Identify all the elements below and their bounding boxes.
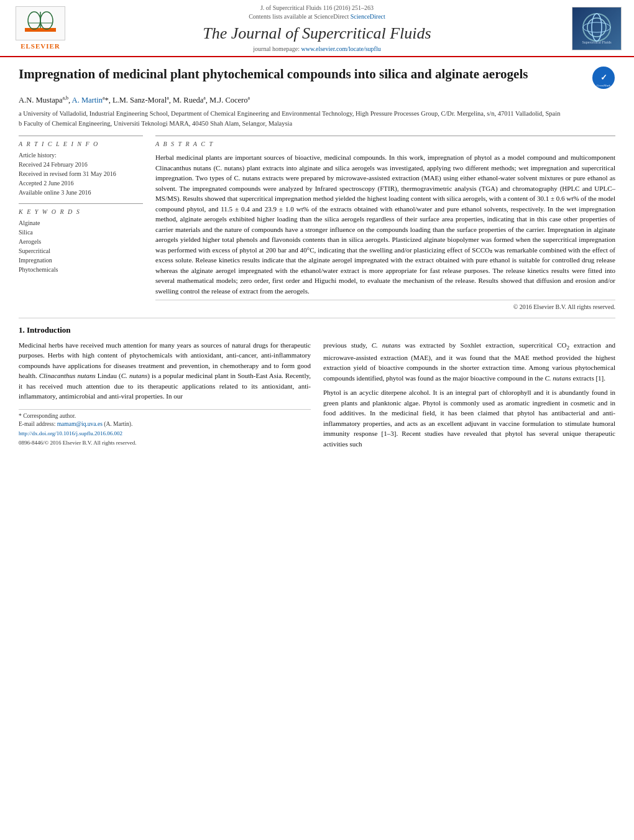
svg-text:CrossMark: CrossMark [597,84,611,87]
copyright-notice: © 2016 Elsevier B.V. All rights reserved… [155,300,615,312]
footnote-corresponding: * Corresponding author. [19,412,311,420]
intro-p1: Medicinal herbs have received much atten… [19,340,311,402]
received-revised-date: Received in revised form 31 May 2016 [19,170,143,178]
affiliations: a University of Valladolid, Industrial E… [19,109,615,128]
body-col-left: Medicinal herbs have received much atten… [19,340,311,453]
svg-text:Supercritical Fluids: Supercritical Fluids [582,40,612,44]
intro-right-p1: previous study, C. nutans was extracted … [323,340,615,383]
issn-line: 0896-8446/© 2016 Elsevier B.V. All right… [19,439,311,447]
article-title: Impregnation of medicinal plant phytoche… [19,66,586,83]
abstract-column: A B S T R A C T Herbal medicinal plants … [155,136,615,312]
doi-link[interactable]: http://dx.doi.org/10.1016/j.supflu.2016.… [19,430,122,436]
article-title-section: Impregnation of medicinal plant phytoche… [19,66,615,90]
journal-homepage: journal homepage: www.elsevier.com/locat… [253,45,380,53]
svg-rect-0 [25,28,56,32]
article-history-label: Article history: [19,151,143,160]
doi-line: http://dx.doi.org/10.1016/j.supflu.2016.… [19,430,311,438]
section-number: 1. Introduction [19,325,71,335]
journal-logo-image: Supercritical Fluids [572,7,622,50]
svg-point-6 [587,18,606,37]
body-col-right: previous study, C. nutans was extracted … [323,340,615,453]
main-content: Impregnation of medicinal plant phytoche… [0,57,634,459]
homepage-link[interactable]: www.elsevier.com/locate/supflu [301,45,381,52]
section-divider [19,318,615,318]
article-info-header: A R T I C L E I N F O [19,140,143,149]
keyword-aerogels: Aerogels [19,238,143,246]
abstract-header: A B S T R A C T [155,136,615,149]
svg-point-2 [40,12,53,29]
author-cocero: M.J. Cocero [209,96,247,105]
keywords-header: K E Y W O R D S [19,208,143,216]
keyword-silica: Silica [19,228,143,237]
footnote-email-link[interactable]: mamam@iq.uva.es [57,421,103,427]
section-1-title: 1. Introduction [19,325,615,336]
author-mustapa: A.N. Mustapa [19,96,62,105]
footnote-email-line: E-mail address: mamam@iq.uva.es (A. Mart… [19,420,311,428]
available-date: Available online 3 June 2016 [19,188,143,197]
accepted-date: Accepted 2 June 2016 [19,179,143,188]
received-date: Received 24 February 2016 [19,160,143,169]
contents-note: Contents lists available at ScienceDirec… [249,12,385,21]
body-content: Medicinal herbs have received much atten… [19,340,615,453]
elsevier-logo-image [16,6,65,40]
affiliation-b: b Faculty of Chemical Engineering, Unive… [19,119,615,128]
affiliation-a: a University of Valladolid, Industrial E… [19,109,615,118]
journal-ref: J. of Supercritical Fluids 116 (2016) 25… [260,4,374,12]
keyword-phytochemicals: Phytochemicals [19,265,143,274]
journal-header: ELSEVIER J. of Supercritical Fluids 116 … [0,0,634,57]
keyword-supercritical: Supercritical [19,247,143,256]
author-sanz-moral: L.M. Sanz-Moral [113,96,167,105]
intro-right-p2: Phytol is an acyclic diterpene alcohol. … [323,387,615,449]
article-info-column: A R T I C L E I N F O Article history: R… [19,136,143,312]
elsevier-wordmark: ELSEVIER [21,42,60,51]
article-info-abstract: A R T I C L E I N F O Article history: R… [19,136,615,312]
article-info-box: A R T I C L E I N F O Article history: R… [19,136,143,197]
keyword-alginate: Alginate [19,219,143,228]
abstract-text: Herbal medicinal plants are important so… [155,152,615,296]
svg-text:✓: ✓ [600,73,607,82]
header-center: J. of Supercritical Fluids 116 (2016) 25… [68,4,566,53]
author-rueda: M. Rueda [173,96,203,105]
footnote-email-person: (A. Martin). [104,421,132,427]
author-martin: A. Martin [72,96,103,105]
authors-line: A.N. Mustapaa,b, A. Martina*, L.M. Sanz-… [19,95,615,106]
svg-point-1 [28,12,40,29]
keywords-box: K E Y W O R D S Alginate Silica Aerogels… [19,203,143,274]
crossmark-logo[interactable]: ✓ CrossMark [592,66,615,90]
journal-logo-right: Supercritical Fluids [566,7,622,50]
footnote-area: * Corresponding author. E-mail address: … [19,409,311,447]
elsevier-logo: ELSEVIER [12,6,68,51]
journal-title: The Journal of Supercritical Fluids [203,22,431,45]
keyword-impregnation: Impregnation [19,256,143,265]
